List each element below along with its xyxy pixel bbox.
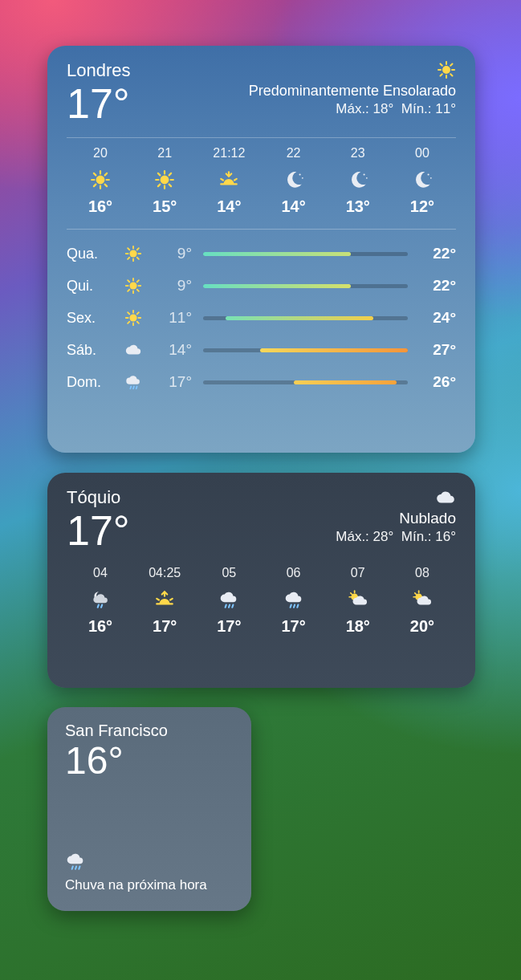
day-low: 9° (152, 277, 192, 295)
hour-temp: 12° (410, 197, 434, 216)
day-row: Qua. 9° 22° (67, 238, 456, 270)
moon-stars-icon (348, 167, 368, 193)
day-high: 24° (419, 309, 456, 327)
sunset-icon (218, 167, 239, 193)
hour-time: 20 (93, 146, 108, 161)
hour-cell: 08 20° (390, 566, 454, 636)
condition-text: Nublado (336, 510, 456, 527)
current-temp: 16° (65, 742, 234, 780)
divider (67, 137, 456, 138)
day-name: Sex. (67, 310, 115, 327)
hi-lo-text: Máx.: 18° Mín.: 11° (249, 101, 456, 117)
hour-cell: 23 13° (326, 146, 390, 216)
temp-range-bar (203, 284, 408, 288)
hour-temp: 16° (88, 197, 112, 216)
hour-time: 00 (415, 146, 429, 161)
weather-widget-london[interactable]: Londres 17° Predominantemente Ensolarado… (47, 46, 475, 453)
day-row: Qui. 9° 22° (67, 270, 456, 302)
condition-text: Predominantemente Ensolarado (249, 83, 456, 100)
hour-cell: 04:25 17° (132, 566, 197, 636)
day-high: 22° (419, 245, 456, 262)
day-name: Dom. (67, 374, 115, 391)
hour-time: 04 (93, 566, 108, 580)
hour-cell: 07 18° (326, 566, 390, 636)
day-high: 22° (419, 277, 456, 295)
hour-time: 21 (157, 146, 172, 161)
condition-block: Predominantemente Ensolarado Máx.: 18° M… (249, 60, 456, 117)
sun-icon (115, 245, 152, 262)
sun-icon (90, 167, 111, 193)
location-name: Tóquio (67, 487, 130, 508)
cloud-rain-icon (218, 587, 239, 612)
cloud-rain-icon (115, 373, 152, 391)
day-row: Dom. 17° 26° (67, 366, 456, 398)
sun-cloud-icon (348, 587, 368, 612)
hour-time: 08 (415, 566, 429, 580)
hour-temp: 18° (346, 617, 370, 636)
condition-block: Nublado Máx.: 28° Mín.: 16° (336, 487, 456, 545)
day-name: Qui. (67, 278, 115, 295)
hour-time: 06 (287, 566, 301, 580)
hour-temp: 20° (410, 617, 434, 636)
hour-cell: 20 16° (68, 146, 132, 216)
day-row: Sáb. 14° 27° (67, 334, 456, 366)
location-block: Tóquio 17° (67, 487, 130, 551)
hourly-forecast: 20 16° 21 15° 21:12 14° 22 14° 23 13° 00… (67, 146, 456, 216)
day-row: Sex. 11° 24° (67, 302, 456, 334)
weather-widget-tokyo[interactable]: Tóquio 17° Nublado Máx.: 28° Mín.: 16° 0… (47, 473, 475, 688)
cloud-rain-icon (283, 587, 304, 612)
day-name: Qua. (67, 246, 115, 262)
day-name: Sáb. (67, 342, 115, 359)
hour-cell: 04 16° (68, 566, 132, 636)
day-low: 14° (152, 341, 192, 359)
hour-temp: 13° (346, 197, 370, 216)
location-block: Londres 17° (67, 60, 131, 124)
sun-cloud-icon (412, 587, 433, 612)
temp-range-bar (203, 380, 408, 384)
day-high: 27° (419, 341, 456, 359)
current-temp: 17° (67, 510, 130, 551)
hour-temp: 17° (217, 617, 241, 636)
divider (67, 229, 456, 230)
sun-icon (154, 167, 175, 193)
hourly-forecast: 04 16° 04:25 17° 05 17° 06 17° 07 18° 08… (67, 566, 456, 636)
hour-temp: 14° (217, 197, 241, 216)
hour-time: 05 (222, 566, 236, 580)
hour-temp: 17° (281, 617, 305, 636)
hour-time: 23 (351, 146, 365, 161)
hour-cell: 22 14° (262, 146, 326, 216)
hour-temp: 17° (153, 617, 177, 636)
hour-temp: 14° (281, 197, 305, 216)
current-temp: 17° (67, 83, 131, 124)
temp-range-bar (203, 348, 408, 352)
hour-time: 04:25 (149, 566, 181, 580)
hour-cell: 00 12° (390, 146, 454, 216)
hour-time: 22 (287, 146, 301, 161)
temp-range-bar (203, 252, 408, 256)
hour-cell: 06 17° (262, 566, 326, 636)
hour-temp: 16° (88, 617, 112, 636)
sun-icon (115, 309, 152, 327)
hour-time: 21:12 (213, 146, 245, 161)
hour-time: 07 (351, 566, 365, 580)
day-low: 17° (152, 373, 192, 391)
day-high: 26° (419, 373, 456, 391)
hour-cell: 21:12 14° (197, 146, 261, 216)
day-low: 9° (152, 245, 192, 262)
location-name: San Francisco (65, 722, 234, 740)
hour-cell: 21 15° (132, 146, 197, 216)
cloud-icon (336, 487, 456, 508)
moon-cloud-rain-icon (90, 587, 111, 612)
day-low: 11° (152, 309, 192, 327)
sun-icon (249, 60, 456, 81)
moon-stars-icon (283, 167, 304, 193)
condition-text: Chuva na próxima hora (65, 876, 234, 893)
hour-cell: 05 17° (197, 566, 261, 636)
sunrise-icon (154, 587, 175, 612)
weather-widget-sf[interactable]: San Francisco 16° Chuva na próxima hora (47, 707, 251, 911)
cloud-icon (115, 341, 152, 359)
sun-icon (115, 277, 152, 295)
hour-temp: 15° (153, 197, 177, 216)
hi-lo-text: Máx.: 28° Mín.: 16° (336, 529, 456, 545)
temp-range-bar (203, 316, 408, 320)
